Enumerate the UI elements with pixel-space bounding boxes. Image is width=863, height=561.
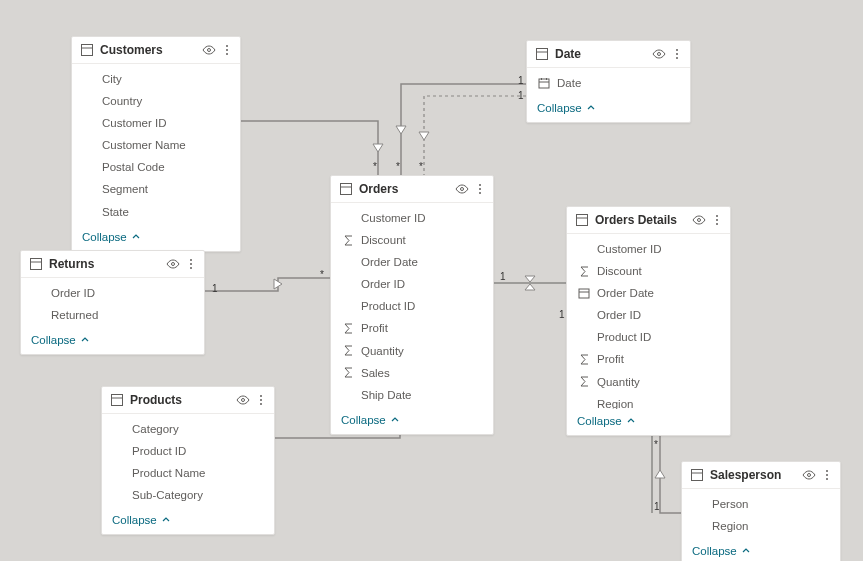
more-icon[interactable]: [222, 43, 232, 57]
table-header[interactable]: Products: [102, 387, 274, 414]
field[interactable]: Country: [72, 90, 240, 112]
field[interactable]: Date: [527, 72, 690, 94]
svg-point-47: [808, 474, 811, 477]
field[interactable]: Order Date: [331, 251, 493, 273]
table-icon: [29, 257, 43, 271]
table-title: Date: [555, 47, 646, 61]
table-orders-details[interactable]: Orders Details Customer ID Discount Orde…: [566, 206, 731, 436]
field[interactable]: Returned: [21, 304, 204, 326]
field-list: Category Product ID Product Name Sub-Cat…: [102, 414, 274, 508]
field[interactable]: Customer ID: [331, 207, 493, 229]
field[interactable]: Order ID: [21, 282, 204, 304]
svg-point-42: [260, 395, 262, 397]
field[interactable]: City: [72, 68, 240, 90]
card-date-1b: 1: [518, 91, 524, 101]
field[interactable]: Sub-Category: [102, 484, 274, 506]
field[interactable]: Order ID: [331, 273, 493, 295]
svg-point-22: [190, 259, 192, 261]
collapse-link[interactable]: Collapse: [567, 409, 730, 435]
collapse-link[interactable]: Collapse: [72, 225, 240, 251]
field[interactable]: Profit: [331, 317, 493, 339]
sigma-icon: [577, 266, 591, 277]
table-icon: [690, 468, 704, 482]
card-date-1a: 1: [518, 76, 524, 86]
table-header[interactable]: Salesperson: [682, 462, 840, 489]
table-date[interactable]: Date Date Collapse: [526, 40, 691, 123]
more-icon[interactable]: [712, 213, 722, 227]
table-products[interactable]: Products Category Product ID Product Nam…: [101, 386, 275, 535]
svg-point-14: [676, 57, 678, 59]
visibility-icon[interactable]: [802, 468, 816, 482]
table-header[interactable]: Orders: [331, 176, 493, 203]
visibility-icon[interactable]: [236, 393, 250, 407]
table-salesperson[interactable]: Salesperson Person Region Collapse: [681, 461, 841, 561]
field[interactable]: Category: [102, 418, 274, 440]
visibility-icon[interactable]: [652, 47, 666, 61]
field[interactable]: Order ID: [567, 304, 730, 326]
field[interactable]: Order Date: [567, 282, 730, 304]
table-header[interactable]: Orders Details: [567, 207, 730, 234]
field[interactable]: Postal Code: [72, 156, 240, 178]
card-orders-star-2: *: [396, 162, 400, 172]
date-icon: [577, 287, 591, 299]
visibility-icon[interactable]: [455, 182, 469, 196]
svg-point-41: [242, 399, 245, 402]
svg-point-49: [826, 474, 828, 476]
field[interactable]: Segment: [72, 178, 240, 200]
field[interactable]: Discount: [567, 260, 730, 282]
svg-point-44: [260, 403, 262, 405]
collapse-link[interactable]: Collapse: [21, 328, 204, 354]
field[interactable]: State: [72, 201, 240, 223]
field[interactable]: Ship Date: [331, 384, 493, 406]
more-icon[interactable]: [672, 47, 682, 61]
chevron-up-icon: [80, 335, 90, 345]
table-header[interactable]: Date: [527, 41, 690, 68]
table-header[interactable]: Customers: [72, 37, 240, 64]
svg-rect-9: [537, 49, 548, 60]
field[interactable]: Person: [682, 493, 840, 515]
svg-point-7: [226, 49, 228, 51]
collapse-link[interactable]: Collapse: [102, 508, 274, 534]
table-customers[interactable]: Customers City Country Customer ID Custo…: [71, 36, 241, 252]
field[interactable]: Profit: [567, 348, 730, 370]
collapse-link[interactable]: Collapse: [682, 539, 840, 561]
field[interactable]: Customer Name: [72, 134, 240, 156]
table-returns[interactable]: Returns Order ID Returned Collapse: [20, 250, 205, 355]
field[interactable]: Quantity: [567, 371, 730, 393]
rel-customers-orders[interactable]: [241, 121, 378, 175]
card-orders-star-4: *: [320, 270, 324, 280]
rel-date-orders-inactive[interactable]: [424, 96, 526, 175]
sigma-icon: [341, 345, 355, 356]
visibility-icon[interactable]: [166, 257, 180, 271]
field[interactable]: Sales: [331, 362, 493, 384]
field-list: Person Region: [682, 489, 840, 539]
sigma-icon: [341, 367, 355, 378]
more-icon[interactable]: [256, 393, 266, 407]
diagram-canvas[interactable]: 1 * 1 1 * * 1 * 1 * 1 1 * 1 Customers Ci…: [0, 0, 863, 561]
field[interactable]: Product ID: [567, 326, 730, 348]
field[interactable]: Product Name: [102, 462, 274, 484]
collapse-link[interactable]: Collapse: [331, 408, 493, 434]
field[interactable]: Region: [567, 393, 730, 409]
field[interactable]: Product ID: [331, 295, 493, 317]
rel-returns-orders[interactable]: [205, 278, 330, 291]
collapse-link[interactable]: Collapse: [527, 96, 690, 122]
table-orders[interactable]: Orders Customer ID Discount Order Date O…: [330, 175, 494, 435]
field[interactable]: Product ID: [102, 440, 274, 462]
field[interactable]: Customer ID: [72, 112, 240, 134]
svg-point-34: [716, 215, 718, 217]
field[interactable]: Customer ID: [567, 238, 730, 260]
visibility-icon[interactable]: [202, 43, 216, 57]
more-icon[interactable]: [822, 468, 832, 482]
visibility-icon[interactable]: [692, 213, 706, 227]
more-icon[interactable]: [186, 257, 196, 271]
svg-point-43: [260, 399, 262, 401]
table-title: Orders Details: [595, 213, 686, 227]
table-header[interactable]: Returns: [21, 251, 204, 278]
field[interactable]: Discount: [331, 229, 493, 251]
svg-rect-25: [341, 184, 352, 195]
sigma-icon: [341, 323, 355, 334]
field[interactable]: Region: [682, 515, 840, 537]
field[interactable]: Quantity: [331, 340, 493, 362]
more-icon[interactable]: [475, 182, 485, 196]
